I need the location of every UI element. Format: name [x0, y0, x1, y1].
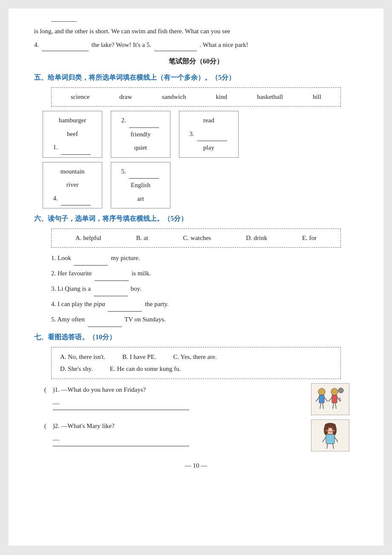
wb-word-1: science [71, 91, 89, 103]
col3-blank[interactable]: 3. [186, 127, 231, 142]
svg-line-25 [327, 444, 328, 449]
q4-label: 4. [34, 41, 39, 48]
svg-point-20 [326, 430, 329, 431]
col1-item1: hamburger [50, 114, 95, 127]
svg-line-2 [316, 397, 319, 402]
q7-2-answer-line[interactable]: — [53, 433, 189, 446]
col5-blank[interactable]: 5. [118, 165, 163, 179]
svg-rect-7 [332, 395, 337, 403]
col4-blank[interactable]: 4. [50, 192, 95, 206]
svg-text:飞: 飞 [338, 397, 341, 401]
svg-line-8 [329, 397, 332, 402]
svg-line-11 [335, 403, 336, 409]
svg-line-24 [334, 437, 338, 442]
page-number: — 10 — [34, 460, 358, 471]
classify-col-4: mountain river 4. [43, 162, 102, 209]
svg-point-6 [331, 388, 338, 395]
classify-col-5: 5. English art [111, 162, 170, 209]
svg-line-4 [320, 403, 321, 409]
pipa-word: pipa [94, 301, 105, 307]
svg-point-19 [332, 428, 333, 429]
wb-word-3: sandwich [162, 91, 186, 103]
col3-item1: read [186, 114, 231, 127]
s6-blank2[interactable] [95, 266, 129, 281]
wb-word-2: draw [119, 91, 132, 103]
s6-blank3[interactable] [94, 282, 128, 296]
col5-item3: art [118, 192, 163, 206]
choices7-row2: D. She's shy. E. He can do some kung fu. [60, 363, 332, 375]
col2-item2: friendly [118, 128, 163, 142]
q7-2-question-line: ( )2. —What's Mary like? [43, 419, 303, 432]
choice7-B: B. I have PE. [122, 351, 156, 363]
svg-rect-22 [326, 434, 334, 444]
section7-choices: A. No, there isn't. B. I have PE. C. Yes… [51, 347, 341, 379]
intro-text: is long, and the other is short. We can … [34, 25, 358, 38]
col3-item3: play [186, 141, 231, 155]
q7-1-container: ( )1. —What do you have on Fridays? — [43, 383, 349, 415]
classify-table-2: mountain river 4. 5. English art [43, 162, 349, 209]
section6-choices: A. helpful B. at C. watches D. drink E. … [51, 228, 341, 248]
choice6-A: A. helpful [75, 232, 101, 244]
classify-table: hamburger beef 1. 2. friendly quiet read… [43, 111, 349, 158]
svg-point-18 [328, 428, 329, 429]
q4-blank[interactable] [42, 39, 89, 51]
q7-2-paren[interactable]: ( [43, 419, 48, 432]
col5-item2: English [118, 179, 163, 192]
q7-1-question-line: ( )1. —What do you have on Fridays? [43, 383, 303, 396]
choices7-row1: A. No, there isn't. B. I have PE. C. Yes… [60, 351, 332, 363]
col4-item1: mountain [50, 165, 95, 179]
choice6-B: B. at [136, 232, 148, 244]
svg-point-21 [331, 430, 335, 431]
exam-page: is long, and the other is short. We can … [9, 9, 383, 546]
choice7-E: E. He can do some kung fu. [110, 363, 181, 375]
choice6-E: E. for [302, 232, 317, 244]
section6-sentences: 1. Look my picture. 2. Her favourite is … [51, 251, 341, 327]
col4-item2: river [50, 178, 95, 192]
q7-2-text: ( )2. —What's Mary like? — [43, 419, 303, 449]
svg-line-23 [323, 437, 326, 442]
classify-col-2: 2. friendly quiet [111, 111, 170, 158]
q4-mid: the lake? Wow! It's a 5. [92, 41, 151, 48]
wb-word-5: basketball [257, 91, 283, 103]
sentence6-3: 3. Li Qiang is a boy. [51, 282, 341, 296]
section5-title: 五、给单词归类，将所选单词填在横线上（有一个多余）。（5分） [34, 72, 358, 84]
q7-2-svg [313, 422, 347, 449]
svg-line-10 [333, 403, 334, 409]
sentence6-5: 5. Amy often TV on Sundays. [51, 312, 341, 327]
choice7-D: D. She's shy. [60, 363, 93, 375]
q7-1-label: )1. —What do you have on Fridays? [51, 386, 146, 393]
s6-blank5[interactable] [88, 312, 122, 327]
svg-line-3 [324, 397, 328, 402]
q7-2-container: ( )2. —What's Mary like? — [43, 419, 349, 451]
section7-title: 七、看图选答语。（10分） [34, 331, 358, 344]
wb-word-4: kind [216, 91, 228, 103]
word-bank-box: science draw sandwich kind basketball hi… [51, 87, 341, 107]
svg-rect-1 [319, 395, 324, 403]
q7-2-label: )2. —What's Mary like? [51, 422, 115, 429]
q7-1-text: ( )1. —What do you have on Fridays? — [43, 383, 303, 413]
svg-line-26 [333, 444, 334, 449]
q7-1-svg: 飞 [313, 385, 347, 413]
q5-blank[interactable] [154, 39, 197, 51]
sentence6-2: 2. Her favourite is milk. [51, 266, 341, 281]
choice7-C: C. Yes, there are. [173, 351, 217, 363]
s6-blank4[interactable] [108, 297, 142, 312]
s6-blank1[interactable] [74, 251, 108, 266]
section6-title: 六、读句子，选单词，将序号填在横线上。（5分） [34, 213, 358, 225]
sentence6-4: 4. I can play the pipa the party. [51, 297, 341, 312]
col2-blank[interactable]: 2. [118, 114, 163, 128]
wb-word-6: hill [313, 91, 321, 103]
q7-1-paren[interactable]: ( [43, 383, 48, 396]
choice6-D: D. drink [246, 232, 267, 244]
svg-point-12 [338, 388, 343, 393]
col1-blank[interactable]: 1. [50, 141, 95, 155]
written-section-header: 笔试部分（60分） [34, 55, 358, 68]
choice6-C: C. watches [183, 232, 211, 244]
q7-1-image: 飞 [311, 383, 349, 415]
q7-2-image [311, 419, 349, 451]
q7-1-answer-line[interactable]: — [53, 397, 189, 410]
choice7-A: A. No, there isn't. [60, 351, 105, 363]
top-decorative-line [51, 21, 77, 22]
classify-col-3: read 3. play [179, 111, 239, 158]
q4-end: . What a nice park! [200, 41, 248, 48]
